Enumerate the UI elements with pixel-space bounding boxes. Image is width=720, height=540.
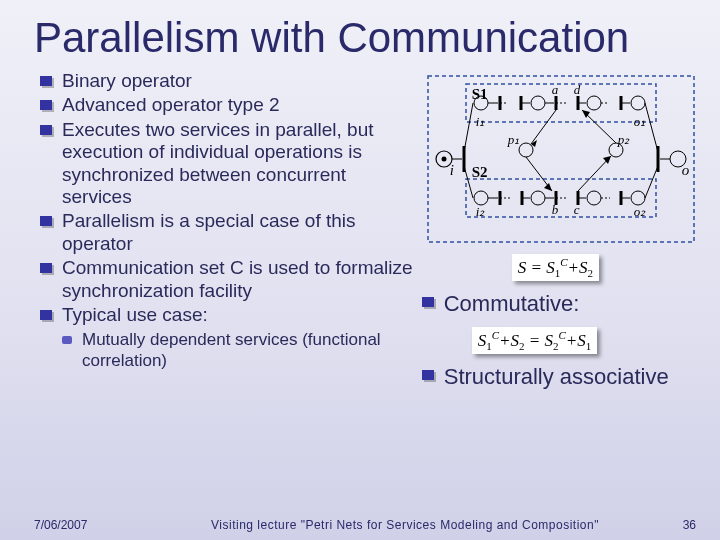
label-d: d bbox=[574, 82, 581, 98]
formula1-mid: +S bbox=[568, 258, 588, 277]
formula1-lhs: S = S bbox=[518, 258, 555, 277]
right-bullets-2: Structurally associative bbox=[422, 364, 700, 390]
label-c: c bbox=[574, 202, 580, 218]
bullet-text: Typical use case: bbox=[62, 304, 208, 325]
right-column: S1 S2 a d b c i o i₁ o₁ i₂ o₂ p₁ p₂ S = … bbox=[418, 68, 700, 394]
label-p1: p₁ bbox=[508, 132, 520, 148]
formula1-sup: C bbox=[560, 256, 567, 268]
label-i1: i₁ bbox=[476, 114, 485, 130]
footer-title: Visiting lecture "Petri Nets for Service… bbox=[154, 518, 656, 532]
slide-title: Parallelism with Communication bbox=[0, 0, 720, 68]
label-b: b bbox=[552, 202, 559, 218]
label-a: a bbox=[552, 82, 559, 98]
svg-point-38 bbox=[587, 191, 601, 205]
svg-point-43 bbox=[519, 143, 533, 157]
formula1-s1: 1 bbox=[555, 267, 561, 279]
label-s1: S1 bbox=[472, 86, 488, 103]
svg-point-26 bbox=[474, 191, 488, 205]
formula1-s2: 2 bbox=[588, 267, 594, 279]
svg-marker-48 bbox=[544, 183, 552, 191]
petri-net-diagram: S1 S2 a d b c i o i₁ o₁ i₂ o₂ p₁ p₂ bbox=[426, 74, 696, 244]
formula-1: S = S1C+S2 bbox=[512, 254, 599, 281]
label-o: o bbox=[682, 162, 690, 179]
label-i2: i₂ bbox=[476, 204, 485, 220]
svg-line-53 bbox=[645, 103, 658, 152]
bullet-item: Binary operator bbox=[40, 70, 418, 92]
svg-point-25 bbox=[631, 96, 645, 110]
bullet-structurally: Structurally associative bbox=[422, 364, 700, 390]
left-column: Binary operator Advanced operator type 2… bbox=[40, 68, 418, 394]
bullet-item: Executes two services in parallel, but e… bbox=[40, 119, 418, 209]
slide: Parallelism with Communication Binary op… bbox=[0, 0, 720, 540]
bullet-item: Communication set C is used to formalize… bbox=[40, 257, 418, 302]
svg-point-15 bbox=[531, 96, 545, 110]
svg-point-21 bbox=[587, 96, 601, 110]
formula-2: S1C+S2 = S2C+S1 bbox=[472, 327, 598, 354]
label-i: i bbox=[450, 162, 454, 179]
right-bullets: Commutative: bbox=[422, 291, 700, 317]
sub-bullet-item: Mutually dependent services (functional … bbox=[62, 330, 418, 370]
svg-point-4 bbox=[441, 157, 446, 162]
svg-point-32 bbox=[531, 191, 545, 205]
slide-footer: 7/06/2007 Visiting lecture "Petri Nets f… bbox=[0, 518, 720, 532]
footer-page-number: 36 bbox=[656, 518, 696, 532]
label-o1: o₁ bbox=[634, 114, 646, 130]
svg-point-42 bbox=[631, 191, 645, 205]
label-p2: p₂ bbox=[618, 132, 630, 148]
bullet-commutative: Commutative: bbox=[422, 291, 700, 317]
bullet-item: Advanced operator type 2 bbox=[40, 94, 418, 116]
footer-date: 7/06/2007 bbox=[34, 518, 154, 532]
bullet-item: Typical use case: Mutually dependent ser… bbox=[40, 304, 418, 371]
label-s2: S2 bbox=[472, 164, 488, 181]
label-o2: o₂ bbox=[634, 204, 646, 220]
bullet-item: Parallelism is a special case of this op… bbox=[40, 210, 418, 255]
sub-bullet-list: Mutually dependent services (functional … bbox=[62, 330, 418, 370]
bullet-list: Binary operator Advanced operator type 2… bbox=[40, 70, 418, 371]
svg-line-45 bbox=[531, 110, 556, 144]
formula2-body: S1C+S2 = S2C+S1 bbox=[478, 331, 592, 350]
slide-body: Binary operator Advanced operator type 2… bbox=[0, 68, 720, 394]
diagram-svg bbox=[426, 74, 696, 244]
